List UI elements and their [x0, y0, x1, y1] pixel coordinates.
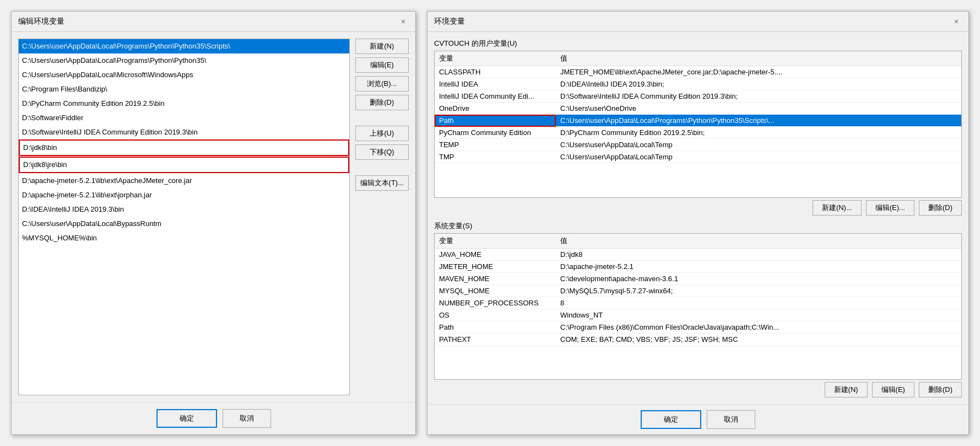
- new-button[interactable]: 新建(N): [355, 39, 409, 54]
- system-edit-button[interactable]: 编辑(E): [872, 382, 914, 397]
- system-val-cell: D:\jdk8: [556, 248, 961, 260]
- user-table-row[interactable]: IntelliJ IDEA Community Edi...D:\Softwar…: [435, 90, 961, 103]
- user-table-row[interactable]: IntelliJ IDEAD:\IDEA\IntelliJ IDEA 2019.…: [435, 78, 961, 90]
- user-table-row[interactable]: TMPC:\Users\user\AppData\Local\Temp: [435, 151, 961, 163]
- system-var-cell: OS: [435, 309, 556, 321]
- path-item[interactable]: C:\Users\user\AppData\Local\Programs\Pyt…: [19, 39, 349, 53]
- left-close-button[interactable]: ×: [398, 16, 409, 27]
- path-item[interactable]: D:\jdk8\jre\bin: [19, 157, 349, 173]
- system-val-cell: C:\Program Files (x86)\Common Files\Orac…: [556, 321, 961, 333]
- path-item[interactable]: D:\jdk8\bin: [19, 139, 349, 156]
- system-table-row[interactable]: MYSQL_HOMED:\MySQL5.7\mysql-5.7.27-winx6…: [435, 284, 961, 297]
- system-delete-button[interactable]: 删除(D): [919, 382, 962, 397]
- right-ok-button[interactable]: 确定: [641, 410, 701, 429]
- path-item[interactable]: D:\apache-jmeter-5.2.1\lib\ext\jorphan.j…: [19, 188, 349, 202]
- user-col-var: 变量: [435, 51, 556, 66]
- left-button-panel: 新建(N) 编辑(E) 浏览(B)... 删除(D) 上移(U) 下移(Q) 编…: [355, 39, 409, 395]
- path-item[interactable]: D:\apache-jmeter-5.2.1\lib\ext\ApacheJMe…: [19, 174, 349, 188]
- user-table-row[interactable]: TEMPC:\Users\user\AppData\Local\Temp: [435, 139, 961, 151]
- user-new-button[interactable]: 新建(N)...: [813, 200, 862, 216]
- path-item[interactable]: D:\Software\IntelliJ IDEA Community Edit…: [19, 125, 349, 139]
- ok-button[interactable]: 确定: [156, 409, 217, 428]
- path-item[interactable]: D:\Software\Fiddler: [19, 111, 349, 125]
- path-item[interactable]: %MYSQL_HOME%\bin: [19, 231, 349, 245]
- user-val-cell: JMETER_HOME\lib\ext\ApacheJMeter_core.ja…: [556, 66, 961, 78]
- path-item[interactable]: C:\Program Files\Bandizip\: [19, 82, 349, 96]
- system-var-cell: NUMBER_OF_PROCESSORS: [435, 297, 556, 309]
- user-var-cell: TMP: [435, 151, 556, 163]
- path-item[interactable]: C:\Users\user\AppData\Local\Programs\Pyt…: [19, 53, 349, 68]
- right-titlebar: 环境变量 ×: [427, 12, 968, 32]
- system-var-cell: JMETER_HOME: [435, 260, 556, 272]
- system-var-cell: MAVEN_HOME: [435, 272, 556, 284]
- system-var-cell: Path: [435, 321, 556, 333]
- system-vars-section: 系统变量(S) 变量 值 JAVA_HOMED:\jdk8JMETER_HOME…: [434, 221, 962, 398]
- system-new-button[interactable]: 新建(N): [825, 382, 868, 397]
- path-item[interactable]: C:\Users\user\AppData\Local\Microsoft\Wi…: [19, 68, 349, 82]
- user-table-row[interactable]: CLASSPATHJMETER_HOME\lib\ext\ApacheJMete…: [435, 66, 961, 78]
- system-val-cell: COM; EXE; BAT; CMD; VBS; VBF; JS; JSF; W…: [556, 333, 961, 345]
- user-var-cell: IntelliJ IDEA: [435, 78, 556, 90]
- user-delete-button[interactable]: 删除(D): [919, 200, 962, 216]
- user-edit-button[interactable]: 编辑(E)...: [866, 200, 914, 216]
- path-list: C:\Users\user\AppData\Local\Programs\Pyt…: [19, 39, 349, 245]
- system-table-container[interactable]: 变量 值 JAVA_HOMED:\jdk8JMETER_HOMED:\apach…: [434, 233, 962, 380]
- user-var-cell: CLASSPATH: [435, 66, 556, 78]
- path-item[interactable]: D:\IDEA\IntelliJ IDEA 2019.3\bin: [19, 202, 349, 217]
- edit-env-var-dialog: 编辑环境变量 × C:\Users\user\AppData\Local\Pro…: [11, 11, 416, 435]
- system-env-table: 变量 值 JAVA_HOMED:\jdk8JMETER_HOMED:\apach…: [435, 234, 961, 346]
- env-var-dialog: 环境变量 × CVTOUCH 的用户变量(U) 变量 值 CLASSPATHJM…: [427, 11, 969, 435]
- user-var-cell: OneDrive: [435, 103, 556, 115]
- left-dialog-title: 编辑环境变量: [18, 17, 64, 26]
- system-section-label: 系统变量(S): [434, 221, 962, 231]
- user-col-val: 值: [556, 51, 961, 66]
- system-section-buttons: 新建(N) 编辑(E) 删除(D): [434, 382, 962, 397]
- system-table-row[interactable]: OSWindows_NT: [435, 309, 961, 321]
- user-val-cell: C:\Users\user\AppData\Local\Temp: [556, 151, 961, 163]
- user-val-cell: D:\Software\IntelliJ IDEA Community Edit…: [556, 90, 961, 103]
- system-val-cell: D:\MySQL5.7\mysql-5.7.27-winx64;: [556, 284, 961, 297]
- user-var-cell: Path: [435, 115, 556, 127]
- browse-button[interactable]: 浏览(B)...: [355, 76, 409, 92]
- user-var-cell: IntelliJ IDEA Community Edi...: [435, 90, 556, 103]
- move-up-button[interactable]: 上移(U): [355, 126, 409, 141]
- path-list-container[interactable]: C:\Users\user\AppData\Local\Programs\Pyt…: [18, 39, 350, 395]
- user-var-cell: PyCharm Community Edition: [435, 127, 556, 139]
- user-section-label: CVTOUCH 的用户变量(U): [434, 39, 962, 49]
- user-val-cell: C:\Users\user\AppData\Local\Temp: [556, 139, 961, 151]
- cancel-button[interactable]: 取消: [223, 409, 271, 428]
- system-table-row[interactable]: PathC:\Program Files (x86)\Common Files\…: [435, 321, 961, 333]
- right-close-button[interactable]: ×: [951, 16, 962, 27]
- edit-button[interactable]: 编辑(E): [355, 57, 409, 73]
- user-table-row[interactable]: PathC:\Users\user\AppData\Local\Programs…: [435, 115, 961, 127]
- system-table-row[interactable]: JAVA_HOMED:\jdk8: [435, 248, 961, 260]
- system-table-row[interactable]: NUMBER_OF_PROCESSORS8: [435, 297, 961, 309]
- system-val-cell: Windows_NT: [556, 309, 961, 321]
- user-table-row[interactable]: PyCharm Community EditionD:\PyCharm Comm…: [435, 127, 961, 139]
- right-dialog-title: 环境变量: [434, 17, 465, 26]
- left-titlebar: 编辑环境变量 ×: [12, 12, 415, 32]
- edit-text-button[interactable]: 编辑文本(T)...: [355, 175, 409, 191]
- left-dialog-footer: 确定 取消: [12, 402, 415, 434]
- system-col-val: 值: [556, 234, 961, 249]
- user-val-cell: D:\PyCharm Community Edition 2019.2.5\bi…: [556, 127, 961, 139]
- delete-button[interactable]: 删除(D): [355, 95, 409, 110]
- path-item[interactable]: D:\PyCharm Community Edition 2019.2.5\bi…: [19, 96, 349, 111]
- left-dialog-body: C:\Users\user\AppData\Local\Programs\Pyt…: [12, 32, 415, 402]
- right-dialog-body: CVTOUCH 的用户变量(U) 变量 值 CLASSPATHJMETER_HO…: [427, 32, 968, 404]
- system-var-cell: JAVA_HOME: [435, 248, 556, 260]
- system-var-cell: PATHEXT: [435, 333, 556, 345]
- move-down-button[interactable]: 下移(Q): [355, 144, 409, 160]
- system-table-row[interactable]: PATHEXTCOM; EXE; BAT; CMD; VBS; VBF; JS;…: [435, 333, 961, 345]
- right-cancel-button[interactable]: 取消: [707, 410, 755, 429]
- system-col-var: 变量: [435, 234, 556, 249]
- system-table-row[interactable]: JMETER_HOMED:\apache-jmeter-5.2.1: [435, 260, 961, 272]
- user-section-buttons: 新建(N)... 编辑(E)... 删除(D): [434, 200, 962, 216]
- system-val-cell: D:\apache-jmeter-5.2.1: [556, 260, 961, 272]
- system-table-row[interactable]: MAVEN_HOMEC:\development\apache-maven-3.…: [435, 272, 961, 284]
- user-table-container[interactable]: 变量 值 CLASSPATHJMETER_HOME\lib\ext\Apache…: [434, 51, 962, 198]
- path-item[interactable]: C:\Users\user\AppData\Local\BypassRuntm: [19, 217, 349, 231]
- user-table-row[interactable]: OneDriveC:\Users\user\OneDrive: [435, 103, 961, 115]
- user-env-table: 变量 值 CLASSPATHJMETER_HOME\lib\ext\Apache…: [435, 51, 961, 163]
- user-val-cell: D:\IDEA\IntelliJ IDEA 2019.3\bin;: [556, 78, 961, 90]
